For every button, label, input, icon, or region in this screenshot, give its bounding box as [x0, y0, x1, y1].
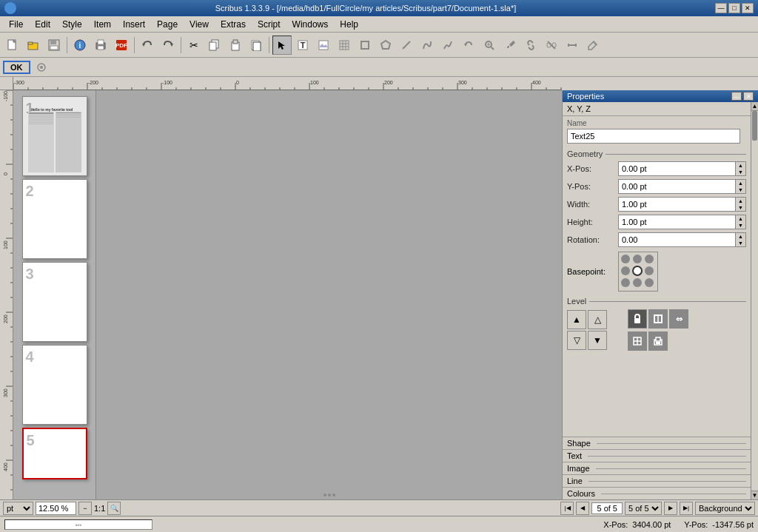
zoom-tool[interactable] — [480, 36, 499, 55]
menu-view[interactable]: View — [184, 18, 215, 31]
menu-script[interactable]: Script — [252, 18, 286, 31]
page-thumb-4[interactable]: 4 — [22, 345, 87, 425]
curve-tool[interactable] — [417, 36, 437, 55]
rotation-input[interactable] — [619, 233, 735, 246]
lock-object-button[interactable] — [628, 309, 647, 329]
bp-mc[interactable] — [632, 266, 643, 276]
width-input[interactable] — [619, 198, 735, 211]
lock-size-button[interactable] — [648, 309, 668, 329]
xpos-up[interactable]: ▲ — [736, 162, 745, 169]
menu-insert[interactable]: Insert — [117, 18, 151, 31]
bp-mr[interactable] — [645, 266, 654, 275]
new-button[interactable] — [3, 36, 22, 55]
height-up[interactable]: ▲ — [736, 215, 745, 222]
ypos-up[interactable]: ▲ — [736, 180, 745, 186]
export-pdf-button[interactable]: PDF — [112, 36, 131, 55]
menu-file[interactable]: File — [3, 18, 29, 31]
menu-page[interactable]: Page — [151, 18, 184, 31]
page-last-btn[interactable]: ▶| — [680, 502, 693, 515]
paste-in-place-button[interactable] — [246, 36, 266, 55]
level-bottom-button[interactable]: ▼ — [588, 331, 607, 350]
menu-style[interactable]: Style — [56, 18, 88, 31]
image-section[interactable]: Image — [563, 462, 751, 474]
zoom-in-btn[interactable]: 🔍 — [107, 502, 121, 515]
line-tool[interactable] — [397, 36, 416, 55]
page-first-btn[interactable]: |◀ — [560, 502, 574, 515]
style-settings-button[interactable] — [628, 331, 647, 351]
flip-h-button[interactable]: ⇔ — [669, 309, 688, 329]
menu-item[interactable]: Item — [88, 18, 117, 31]
bp-bl[interactable] — [621, 278, 630, 287]
image-tool[interactable] — [314, 36, 333, 55]
layer-select[interactable]: Background — [695, 502, 755, 515]
bp-bc[interactable] — [633, 278, 642, 287]
rotation-up[interactable]: ▲ — [736, 233, 745, 240]
page-next-btn[interactable]: ▶ — [664, 502, 677, 515]
xpos-input[interactable] — [619, 162, 735, 175]
paste-button[interactable] — [226, 36, 245, 55]
redo-button[interactable] — [158, 36, 178, 55]
level-top-button[interactable]: ▲ — [567, 310, 586, 329]
cut-button[interactable]: ✂ — [184, 36, 204, 55]
text-tool[interactable]: T — [293, 36, 312, 55]
bp-br[interactable] — [645, 278, 654, 287]
zoom-input[interactable] — [36, 502, 76, 515]
bp-tr[interactable] — [645, 255, 654, 263]
bp-tc[interactable] — [633, 255, 642, 263]
text-section[interactable]: Text — [563, 449, 751, 462]
link-tool[interactable] — [521, 36, 540, 55]
close-button[interactable]: ✕ — [742, 3, 754, 13]
undo-button[interactable] — [138, 36, 157, 55]
print-button[interactable] — [91, 36, 110, 55]
canvas-area[interactable] — [96, 90, 562, 499]
shape-tool[interactable] — [355, 36, 375, 55]
width-up[interactable]: ▲ — [736, 198, 745, 204]
props-scrollbar[interactable]: ▲ ▼ — [751, 102, 758, 499]
bp-tl[interactable] — [621, 255, 630, 263]
open-button[interactable] — [24, 36, 43, 55]
page-thumb-2[interactable]: 2 — [22, 179, 87, 259]
copy-button[interactable] — [205, 36, 224, 55]
save-button[interactable] — [44, 36, 64, 55]
page-thumb-5[interactable]: 5 — [22, 428, 87, 479]
polygon-tool[interactable] — [376, 36, 395, 55]
page-thumb-3[interactable]: 3 — [22, 262, 87, 342]
menu-extras[interactable]: Extras — [215, 18, 252, 31]
props-close-btn[interactable]: ✕ — [743, 92, 754, 101]
preflight-button[interactable]: i — [70, 36, 90, 55]
rotation-down[interactable]: ▼ — [736, 240, 745, 246]
print-enable-button[interactable] — [648, 331, 668, 351]
page-thumb-1[interactable]: 1 Hello to my favorite tool — [22, 96, 87, 176]
page-prev-btn[interactable]: ◀ — [576, 502, 589, 515]
ok-button[interactable]: OK — [3, 61, 30, 74]
colours-section[interactable]: Colours — [563, 487, 751, 499]
height-input[interactable] — [619, 215, 735, 229]
rotate-tool[interactable] — [459, 36, 478, 55]
eyedropper-tool[interactable] — [500, 36, 520, 55]
unlink-tool[interactable] — [542, 36, 561, 55]
edit-content-tool[interactable] — [583, 36, 603, 55]
line-section[interactable]: Line — [563, 474, 751, 487]
select-tool[interactable] — [272, 36, 292, 55]
menu-edit[interactable]: Edit — [29, 18, 56, 31]
menu-windows[interactable]: Windows — [286, 18, 335, 31]
page-select[interactable]: 5 of 5 — [625, 502, 662, 515]
width-down[interactable]: ▼ — [736, 204, 745, 211]
maximize-button[interactable]: □ — [728, 3, 740, 13]
height-down[interactable]: ▼ — [736, 222, 745, 229]
ypos-down[interactable]: ▼ — [736, 186, 745, 193]
xyz-section[interactable]: X, Y, Z — [563, 102, 751, 116]
xpos-down[interactable]: ▼ — [736, 169, 745, 175]
level-lower-button[interactable]: ▽ — [567, 331, 586, 350]
unit-select[interactable]: pt mm in — [3, 502, 33, 515]
measure-tool[interactable] — [563, 36, 582, 55]
freehand-tool[interactable] — [438, 36, 457, 55]
shape-section[interactable]: Shape — [563, 437, 751, 449]
level-raise-button[interactable]: △ — [588, 310, 607, 329]
menu-help[interactable]: Help — [334, 18, 364, 31]
name-input[interactable] — [567, 129, 740, 144]
bp-ml[interactable] — [621, 266, 630, 275]
table-tool[interactable] — [335, 36, 354, 55]
snap-button[interactable] — [33, 59, 50, 75]
props-minimize-btn[interactable]: — — [731, 92, 742, 101]
